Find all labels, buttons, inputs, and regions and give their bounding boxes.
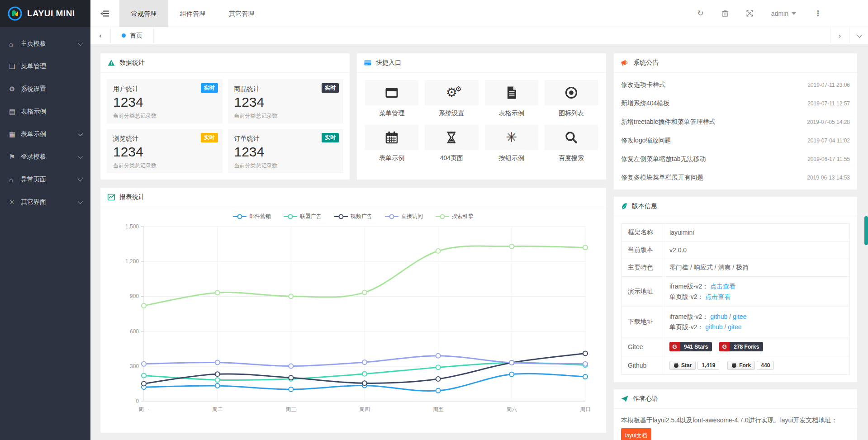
sidebar-item-form-example[interactable]: ▦ 表单示例 [0,123,90,146]
home-icon: ⌂ [9,176,21,184]
panel-title: 快捷入口 [376,59,401,67]
quick-entry-system-settings[interactable]: ⚙ ⚙ 系统设置 [425,80,478,118]
quick-entry-404-page[interactable]: 404页面 [425,125,478,162]
sidebar: LAYUI MINI ⌂ 主页模板 ❏ 菜单管理 ⚙ 系统设置 ▤ 表格示例 [0,0,90,440]
home-icon: ⌂ [9,40,21,48]
tab-scroll-left-icon[interactable]: ‹ [90,27,110,44]
github-star-count: 1,419 [697,361,719,370]
tab-menu-dropdown-icon[interactable] [849,27,868,44]
sidebar-toggle-icon[interactable] [90,0,119,27]
quick-entry-button-example[interactable]: ✳ 按钮示例 [485,125,538,162]
legend-item[interactable]: 联盟广告 [284,213,322,220]
gitee-stars-badge[interactable]: G 941 Stars [669,342,712,351]
quick-entry-table-example[interactable]: 表格示例 [485,80,538,118]
author-text-line1: 本模板基于layui2.5.4以及font-awesome-4.7.0进行实现。… [621,414,850,426]
svg-text:周五: 周五 [433,406,444,412]
sidebar-item-menu-management[interactable]: ❏ 菜单管理 [0,55,90,78]
panel-author-words: 作者心语 本模板基于layui2.5.4以及font-awesome-4.7.0… [614,389,857,440]
download-github-link[interactable]: github [705,323,722,331]
asterisk-icon: ✳ [9,198,21,206]
announcement-item[interactable]: 修改选项卡样式 2019-07-11 23:06 [621,76,850,94]
panel-data-statistics: 数据统计 用户统计 实时 1234 当前分类总记录数 商品统计 实 [100,53,350,180]
table-row: 框架名称 layuimini [621,224,850,241]
realtime-badge: 实时 [201,83,218,93]
more-options-icon[interactable]: ⋮ [814,9,822,17]
panel-title: 报表统计 [119,193,145,201]
stat-value: 1234 [113,144,216,160]
top-header: 常规管理 组件管理 其它管理 ↻ [90,0,868,27]
layui-doc-badge[interactable]: layui文档 [621,428,651,440]
quick-entry-icon-list[interactable]: 图标列表 [545,80,598,118]
module-tab-general[interactable]: 常规管理 [119,0,168,27]
github-star-button[interactable]: Star 1,419 [669,361,719,370]
download-gitee-link[interactable]: gitee [728,323,741,331]
layui-mini-logo-icon [7,6,23,21]
gitee-icon: G [669,342,680,351]
legend-item[interactable]: 邮件营销 [233,213,271,220]
table-row: Github [621,356,850,375]
gitee-forks-badge[interactable]: G 278 Forks [719,342,763,351]
chevron-down-icon [78,131,83,136]
active-tab-dot [122,33,126,38]
table-row: Gitee G 941 Stars G 278 Forks [621,337,850,356]
download-gitee-link[interactable]: gitee [733,313,746,320]
module-tab-other[interactable]: 其它管理 [217,0,266,27]
sidebar-item-home-template[interactable]: ⌂ 主页模板 [0,33,90,55]
quick-entry-form-example[interactable]: 表单示例 [365,125,418,162]
sidebar-item-login-template[interactable]: ⚑ 登录模板 [0,146,90,168]
announcement-item[interactable]: 修复左侧菜单缩放tab无法移动 2019-06-17 11:55 [621,150,850,168]
warning-triangle-icon [108,59,115,66]
announcement-item[interactable]: 修复多模块菜单栏展开有问题 2019-06-13 14:53 [621,168,850,187]
module-tab-components[interactable]: 组件管理 [168,0,217,27]
legend-item[interactable]: 搜索引擎 [436,213,474,220]
demo-iframe-link[interactable]: 点击查看 [710,283,735,290]
gears-icon: ⚙ [9,85,21,93]
hourglass-icon [444,130,459,145]
github-fork-button[interactable]: Fork 440 [727,361,774,370]
table-row: 下载地址 iframe版-v2： github / gitee 单页版-v2： … [621,307,850,337]
caret-down-icon [792,12,796,15]
scrollbar-thumb[interactable] [864,216,868,245]
realtime-badge: 实时 [322,83,339,93]
panel-report-statistics: 报表统计 邮件营销联盟广告视频广告直接访问搜索引擎 周一周二周三周四周五周六周日… [100,188,606,433]
sidebar-item-error-pages[interactable]: ⌂ 异常页面 [0,168,90,191]
stat-card-products: 商品统计 实时 1234 当前分类总记录数 [228,79,344,123]
panel-version-info: 版本信息 框架名称 layuimini 当前版本 v2.0.0 [614,197,857,382]
refresh-icon[interactable]: ↻ [697,9,704,17]
demo-spa-link[interactable]: 点击查看 [705,293,730,300]
download-github-link[interactable]: github [710,313,727,320]
tab-home[interactable]: 首页 [110,27,154,44]
gitee-icon: G [719,342,730,351]
page-content: 数据统计 用户统计 实时 1234 当前分类总记录数 商品统计 实 [90,44,868,440]
stat-value: 1234 [113,95,216,110]
sidebar-item-table-example[interactable]: ▤ 表格示例 [0,100,90,123]
svg-text:0: 0 [136,398,139,404]
chevron-down-icon [78,199,83,204]
panel-system-announcements: 系统公告 修改选项卡样式 2019-07-11 23:06 新增系统404模板 … [614,53,857,189]
announcement-item[interactable]: 新增系统404模板 2019-07-11 12:57 [621,94,850,113]
sidebar-item-system-settings[interactable]: ⚙ 系统设置 [0,78,90,100]
chevron-down-icon [78,154,83,159]
announcement-item[interactable]: 修改logo缩放问题 2019-07-04 11:02 [621,131,850,150]
tab-scroll-right-icon[interactable]: › [830,27,849,44]
realtime-badge: 实时 [201,133,218,142]
table-row: 主要特色 零门槛 / 响应式 / 清爽 / 极简 [621,259,850,277]
legend-item[interactable]: 直接访问 [385,213,423,220]
trash-icon[interactable] [722,10,728,17]
quick-entry-baidu-search[interactable]: 百度搜索 [545,125,598,162]
sidebar-item-other-ui[interactable]: ✳ 其它界面 [0,191,90,213]
legend-item[interactable]: 视频广告 [334,213,372,220]
fullscreen-icon[interactable] [746,10,753,17]
stat-value: 1234 [234,95,337,110]
snowflake-icon: ✳ [506,131,517,144]
quick-entry-menu-management[interactable]: 菜单管理 [365,80,418,118]
user-menu[interactable]: admin [771,10,796,17]
logo[interactable]: LAYUI MINI [0,0,90,27]
announcement-item[interactable]: 新增treetable插件和菜单管理样式 2019-07-05 14:28 [621,113,850,131]
svg-text:300: 300 [130,363,139,369]
app-title: LAYUI MINI [27,9,75,19]
svg-text:周四: 周四 [359,406,370,412]
stat-value: 1234 [234,144,337,160]
chevron-down-icon [78,41,83,46]
file-icon: ▤ [9,108,21,116]
